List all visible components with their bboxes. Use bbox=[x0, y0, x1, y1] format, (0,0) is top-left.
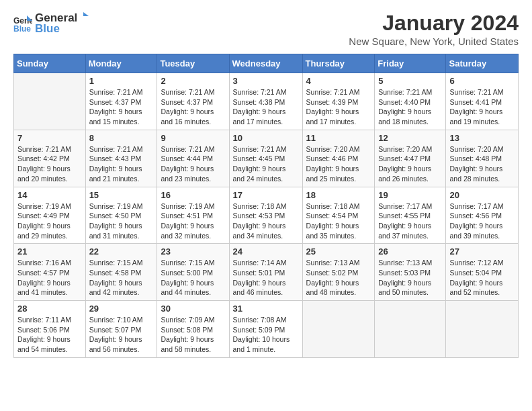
calendar-week-row: 14Sunrise: 7:19 AM Sunset: 4:49 PM Dayli… bbox=[14, 187, 519, 244]
day-info: Sunrise: 7:15 AM Sunset: 4:58 PM Dayligh… bbox=[89, 258, 154, 298]
calendar-cell: 13Sunrise: 7:20 AM Sunset: 4:48 PM Dayli… bbox=[446, 130, 519, 187]
day-info: Sunrise: 7:19 AM Sunset: 4:49 PM Dayligh… bbox=[17, 201, 82, 241]
day-number: 30 bbox=[161, 304, 225, 314]
calendar-cell: 5Sunrise: 7:21 AM Sunset: 4:40 PM Daylig… bbox=[375, 73, 446, 130]
day-number: 16 bbox=[161, 190, 225, 200]
weekday-header-row: SundayMondayTuesdayWednesdayThursdayFrid… bbox=[14, 54, 519, 73]
calendar-table: SundayMondayTuesdayWednesdayThursdayFrid… bbox=[13, 54, 519, 358]
day-info: Sunrise: 7:14 AM Sunset: 5:01 PM Dayligh… bbox=[233, 258, 299, 298]
day-info: Sunrise: 7:09 AM Sunset: 5:08 PM Dayligh… bbox=[161, 315, 225, 355]
day-number: 26 bbox=[378, 246, 442, 257]
calendar-cell: 4Sunrise: 7:21 AM Sunset: 4:39 PM Daylig… bbox=[302, 73, 375, 130]
calendar-cell: 20Sunrise: 7:17 AM Sunset: 4:56 PM Dayli… bbox=[446, 187, 519, 244]
calendar-title: January 2024 bbox=[349, 11, 519, 36]
day-info: Sunrise: 7:21 AM Sunset: 4:44 PM Dayligh… bbox=[161, 144, 225, 184]
calendar-cell: 1Sunrise: 7:21 AM Sunset: 4:37 PM Daylig… bbox=[85, 73, 157, 130]
weekday-header-sunday: Sunday bbox=[14, 54, 86, 73]
calendar-cell: 3Sunrise: 7:21 AM Sunset: 4:38 PM Daylig… bbox=[229, 73, 302, 130]
day-number: 11 bbox=[306, 133, 371, 143]
calendar-cell: 15Sunrise: 7:19 AM Sunset: 4:50 PM Dayli… bbox=[85, 187, 157, 244]
day-info: Sunrise: 7:21 AM Sunset: 4:37 PM Dayligh… bbox=[89, 87, 154, 127]
weekday-header-thursday: Thursday bbox=[302, 54, 375, 73]
day-info: Sunrise: 7:21 AM Sunset: 4:41 PM Dayligh… bbox=[449, 87, 515, 127]
logo-bird-icon bbox=[78, 11, 89, 21]
day-number: 19 bbox=[378, 190, 442, 200]
day-info: Sunrise: 7:21 AM Sunset: 4:37 PM Dayligh… bbox=[161, 87, 225, 127]
day-info: Sunrise: 7:13 AM Sunset: 5:02 PM Dayligh… bbox=[306, 258, 371, 298]
calendar-week-row: 7Sunrise: 7:21 AM Sunset: 4:42 PM Daylig… bbox=[14, 130, 519, 187]
day-number: 28 bbox=[17, 304, 82, 314]
day-number: 7 bbox=[17, 133, 82, 143]
calendar-cell: 14Sunrise: 7:19 AM Sunset: 4:49 PM Dayli… bbox=[14, 187, 86, 244]
day-info: Sunrise: 7:19 AM Sunset: 4:51 PM Dayligh… bbox=[161, 201, 225, 241]
svg-marker-3 bbox=[83, 12, 89, 16]
day-info: Sunrise: 7:20 AM Sunset: 4:46 PM Dayligh… bbox=[306, 144, 371, 184]
day-number: 21 bbox=[17, 246, 82, 257]
calendar-cell: 24Sunrise: 7:14 AM Sunset: 5:01 PM Dayli… bbox=[229, 244, 302, 301]
day-number: 31 bbox=[233, 304, 299, 314]
calendar-cell: 28Sunrise: 7:11 AM Sunset: 5:06 PM Dayli… bbox=[14, 301, 86, 358]
calendar-cell: 11Sunrise: 7:20 AM Sunset: 4:46 PM Dayli… bbox=[302, 130, 375, 187]
day-number: 6 bbox=[449, 76, 515, 86]
day-number: 9 bbox=[161, 133, 225, 143]
day-number: 23 bbox=[161, 246, 225, 257]
day-number: 8 bbox=[89, 133, 154, 143]
day-number: 4 bbox=[306, 76, 371, 86]
calendar-week-row: 1Sunrise: 7:21 AM Sunset: 4:37 PM Daylig… bbox=[14, 73, 519, 130]
day-number: 14 bbox=[17, 190, 82, 200]
day-info: Sunrise: 7:17 AM Sunset: 4:56 PM Dayligh… bbox=[449, 201, 515, 241]
calendar-cell: 31Sunrise: 7:08 AM Sunset: 5:09 PM Dayli… bbox=[229, 301, 302, 358]
calendar-cell bbox=[375, 301, 446, 358]
calendar-subtitle: New Square, New York, United States bbox=[349, 36, 519, 47]
day-info: Sunrise: 7:21 AM Sunset: 4:39 PM Dayligh… bbox=[306, 87, 371, 127]
day-info: Sunrise: 7:20 AM Sunset: 4:48 PM Dayligh… bbox=[449, 144, 515, 184]
calendar-week-row: 28Sunrise: 7:11 AM Sunset: 5:06 PM Dayli… bbox=[14, 301, 519, 358]
calendar-cell: 6Sunrise: 7:21 AM Sunset: 4:41 PM Daylig… bbox=[446, 73, 519, 130]
day-number: 3 bbox=[233, 76, 299, 86]
day-info: Sunrise: 7:18 AM Sunset: 4:53 PM Dayligh… bbox=[233, 201, 299, 241]
calendar-cell: 25Sunrise: 7:13 AM Sunset: 5:02 PM Dayli… bbox=[302, 244, 375, 301]
title-area: January 2024 New Square, New York, Unite… bbox=[349, 11, 519, 47]
calendar-cell: 29Sunrise: 7:10 AM Sunset: 5:07 PM Dayli… bbox=[85, 301, 157, 358]
day-info: Sunrise: 7:20 AM Sunset: 4:47 PM Dayligh… bbox=[378, 144, 442, 184]
day-number: 18 bbox=[306, 190, 371, 200]
day-number: 1 bbox=[89, 76, 154, 86]
day-info: Sunrise: 7:21 AM Sunset: 4:38 PM Dayligh… bbox=[233, 87, 299, 127]
weekday-header-friday: Friday bbox=[375, 54, 446, 73]
day-info: Sunrise: 7:10 AM Sunset: 5:07 PM Dayligh… bbox=[89, 315, 154, 355]
calendar-cell bbox=[302, 301, 375, 358]
calendar-cell: 19Sunrise: 7:17 AM Sunset: 4:55 PM Dayli… bbox=[375, 187, 446, 244]
day-number: 22 bbox=[89, 246, 154, 257]
day-number: 2 bbox=[161, 76, 225, 86]
calendar-cell bbox=[14, 73, 86, 130]
calendar-cell: 10Sunrise: 7:21 AM Sunset: 4:45 PM Dayli… bbox=[229, 130, 302, 187]
day-number: 29 bbox=[89, 304, 154, 314]
calendar-cell: 2Sunrise: 7:21 AM Sunset: 4:37 PM Daylig… bbox=[157, 73, 229, 130]
day-info: Sunrise: 7:12 AM Sunset: 5:04 PM Dayligh… bbox=[449, 258, 515, 298]
weekday-header-saturday: Saturday bbox=[446, 54, 519, 73]
day-number: 12 bbox=[378, 133, 442, 143]
calendar-cell: 26Sunrise: 7:13 AM Sunset: 5:03 PM Dayli… bbox=[375, 244, 446, 301]
calendar-cell: 17Sunrise: 7:18 AM Sunset: 4:53 PM Dayli… bbox=[229, 187, 302, 244]
day-number: 24 bbox=[233, 246, 299, 257]
calendar-cell: 9Sunrise: 7:21 AM Sunset: 4:44 PM Daylig… bbox=[157, 130, 229, 187]
calendar-cell: 18Sunrise: 7:18 AM Sunset: 4:54 PM Dayli… bbox=[302, 187, 375, 244]
day-info: Sunrise: 7:21 AM Sunset: 4:42 PM Dayligh… bbox=[17, 144, 82, 184]
day-info: Sunrise: 7:17 AM Sunset: 4:55 PM Dayligh… bbox=[378, 201, 442, 241]
day-number: 25 bbox=[306, 246, 371, 257]
calendar-cell: 7Sunrise: 7:21 AM Sunset: 4:42 PM Daylig… bbox=[14, 130, 86, 187]
weekday-header-monday: Monday bbox=[85, 54, 157, 73]
day-info: Sunrise: 7:16 AM Sunset: 4:57 PM Dayligh… bbox=[17, 258, 82, 298]
day-info: Sunrise: 7:13 AM Sunset: 5:03 PM Dayligh… bbox=[378, 258, 442, 298]
weekday-header-tuesday: Tuesday bbox=[157, 54, 229, 73]
day-info: Sunrise: 7:08 AM Sunset: 5:09 PM Dayligh… bbox=[233, 315, 299, 355]
day-info: Sunrise: 7:19 AM Sunset: 4:50 PM Dayligh… bbox=[89, 201, 154, 241]
calendar-week-row: 21Sunrise: 7:16 AM Sunset: 4:57 PM Dayli… bbox=[14, 244, 519, 301]
day-info: Sunrise: 7:15 AM Sunset: 5:00 PM Dayligh… bbox=[161, 258, 225, 298]
day-number: 15 bbox=[89, 190, 154, 200]
day-number: 5 bbox=[378, 76, 442, 86]
weekday-header-wednesday: Wednesday bbox=[229, 54, 302, 73]
calendar-cell: 21Sunrise: 7:16 AM Sunset: 4:57 PM Dayli… bbox=[14, 244, 86, 301]
calendar-cell: 22Sunrise: 7:15 AM Sunset: 4:58 PM Dayli… bbox=[85, 244, 157, 301]
calendar-cell: 8Sunrise: 7:21 AM Sunset: 4:43 PM Daylig… bbox=[85, 130, 157, 187]
